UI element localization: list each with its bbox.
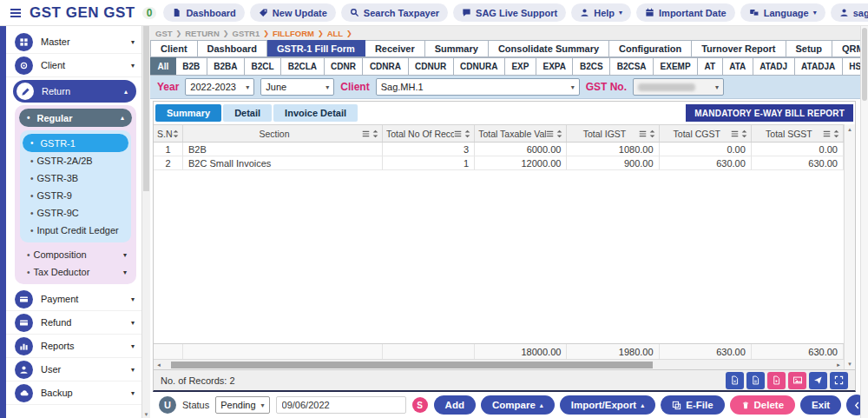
scrollbar-thumb[interactable] (862, 28, 867, 101)
sidebar-item-backup[interactable]: Backup ▾ (6, 382, 141, 405)
column-header-total-cgst[interactable]: Total CGST (660, 125, 752, 142)
export-csv-button[interactable] (746, 372, 765, 389)
tab-exp[interactable]: EXP (505, 57, 536, 75)
breadcrumb-item[interactable]: GSTR1 (233, 29, 260, 38)
column-header-total-sgst[interactable]: Total SGST (752, 125, 844, 142)
dashboard-button[interactable]: Dashboard (163, 3, 244, 22)
fullscreen-button[interactable] (830, 372, 848, 389)
page-scrollbar[interactable] (860, 26, 868, 418)
user-badge[interactable]: U (159, 396, 176, 414)
important-date-button[interactable]: Important Date (636, 3, 735, 22)
tab-ata[interactable]: ATA (723, 57, 753, 75)
sidebar-item-payment[interactable]: Payment ▾ (6, 288, 141, 311)
export-image-button[interactable] (788, 372, 806, 389)
filing-date-field[interactable] (276, 396, 406, 414)
help-menu-button[interactable]: Help▾ (571, 3, 631, 22)
tab-gstr1-fill-form[interactable]: GSTR-1 Fill Form (267, 40, 365, 56)
breadcrumb-item[interactable]: RETURN (185, 29, 220, 38)
tab-exemp[interactable]: EXEMP (654, 57, 698, 75)
sidebar-item-master[interactable]: Master ▾ (6, 30, 141, 54)
export-excel-button[interactable] (726, 372, 744, 389)
hamburger-menu-icon[interactable] (9, 6, 23, 20)
horizontal-scrollbar[interactable]: ◂ ▸ (154, 359, 844, 369)
compare-button[interactable]: Compare▴ (481, 395, 555, 415)
vertical-scrollbar[interactable]: ▲ ▼ (844, 124, 855, 369)
tab-expa[interactable]: EXPA (536, 57, 574, 75)
tab-atadj[interactable]: ATADJ (753, 57, 795, 75)
exit-button[interactable]: Exit (800, 395, 841, 415)
sag-live-support-button[interactable]: SAG Live Support (453, 3, 566, 22)
tab-b2b[interactable]: B2B (176, 57, 207, 75)
tab-turnover-report[interactable]: Turnover Report (692, 40, 786, 56)
client-select[interactable]: Sag.MH.1▾ (376, 78, 580, 96)
import-export-button[interactable]: Import/Export▴ (560, 395, 655, 415)
user-menu-button[interactable]: sag▾ (831, 3, 868, 22)
tab-configuration[interactable]: Configuration (609, 40, 692, 56)
efile-button[interactable]: E-File (661, 395, 724, 415)
gst-no-select[interactable]: ▾ (633, 78, 724, 96)
tab-summary[interactable]: Summary (425, 40, 489, 56)
year-select[interactable]: 2022-2023▾ (185, 78, 254, 96)
sidebar-item-regular[interactable]: • Regular ▴ (19, 109, 132, 127)
table-row[interactable]: 1 B2B 3 6000.00 1080.00 0.00 0.00 (154, 143, 844, 156)
sidebar-item-gstr9[interactable]: •GSTR-9 (23, 187, 128, 204)
tab-at[interactable]: AT (698, 57, 723, 75)
column-header-total-igst[interactable]: Total IGST (567, 125, 659, 142)
column-header-total-records[interactable]: Total No Of Recc (383, 125, 475, 142)
sidebar-item-composition[interactable]: •Composition▾ (19, 246, 132, 263)
sidebar-item-input-credit-ledger[interactable]: •Input Credit Ledger (23, 222, 128, 239)
new-update-button[interactable]: New Update (250, 3, 336, 22)
sidebar-item-gstr2a2b[interactable]: •GSTR-2A/2B (23, 152, 128, 169)
sidebar-item-client[interactable]: Client ▾ (6, 54, 141, 77)
print-button[interactable] (809, 372, 827, 389)
search-taxpayer-button[interactable]: Search Taxpayer (341, 3, 448, 22)
breadcrumb-item[interactable]: ALL (327, 29, 343, 38)
add-button[interactable]: Add (434, 395, 476, 415)
breadcrumb-item[interactable]: GST (155, 29, 173, 38)
scroll-up-arrow-icon[interactable]: ▲ (845, 127, 855, 132)
scroll-down-arrow-icon[interactable]: ▼ (845, 362, 855, 367)
sidebar-item-reports[interactable]: Reports ▾ (6, 335, 141, 358)
tab-all[interactable]: All (150, 57, 176, 75)
sidebar-item-return[interactable]: Return ▴ (13, 80, 136, 103)
tab-b2ba[interactable]: B2BA (207, 57, 245, 75)
sidebar-item-gstr1[interactable]: •GSTR-1 (23, 134, 128, 152)
sidebar-item-gstr9c[interactable]: •GSTR-9C (23, 204, 128, 222)
tab-dashboard[interactable]: Dashboard (198, 40, 267, 56)
delete-button[interactable]: Delete (730, 395, 796, 415)
scroll-down-arrow-icon[interactable]: ▼ (142, 412, 150, 417)
tab-b2cl[interactable]: B2CL (245, 57, 281, 75)
sidebar-item-tax-deductor[interactable]: •Tax Deductor▾ (19, 263, 132, 281)
view-tab-summary[interactable]: Summary (155, 104, 221, 122)
mandatory-eway-bill-report-button[interactable]: MANDATORY E-WAY BILL REPORT (686, 104, 853, 122)
s-badge[interactable]: S (412, 397, 428, 413)
tab-cdnra[interactable]: CDNRA (363, 57, 408, 75)
tab-cdnr[interactable]: CDNR (325, 57, 364, 75)
tab-cdnura[interactable]: CDNURA (454, 57, 505, 75)
tab-receiver[interactable]: Receiver (365, 40, 425, 56)
view-tab-detail[interactable]: Detail (223, 104, 272, 122)
language-menu-button[interactable]: Language▾ (740, 3, 825, 22)
tab-b2cs[interactable]: B2CS (573, 57, 610, 75)
sidebar-scrollbar[interactable]: ▼ (141, 26, 150, 418)
tab-b2cla[interactable]: B2CLA (281, 57, 324, 75)
tab-b2csa[interactable]: B2CSA (610, 57, 654, 75)
view-tab-invoice-detail[interactable]: Invoice Detail (273, 104, 358, 122)
column-header-sno[interactable]: S.No. (154, 125, 183, 142)
tab-setup[interactable]: Setup (786, 40, 833, 56)
scroll-left-arrow-icon[interactable]: ◂ (154, 362, 164, 368)
scrollbar-thumb[interactable] (171, 362, 653, 368)
table-row[interactable]: 2 B2C Small Invoices 1 12000.00 900.00 6… (154, 156, 844, 170)
scroll-right-arrow-icon[interactable]: ▸ (833, 362, 844, 368)
scrollbar-thumb[interactable] (143, 26, 149, 191)
sidebar-item-gstr3b[interactable]: •GSTR-3B (23, 169, 128, 187)
month-select[interactable]: June▾ (260, 78, 334, 96)
column-header-section[interactable]: Section (183, 125, 383, 142)
tab-atadja[interactable]: ATADJA (795, 57, 843, 75)
sidebar-item-user[interactable]: User ▾ (6, 358, 141, 382)
tab-consolidate-summary[interactable]: Consolidate Summary (489, 40, 609, 56)
tab-client[interactable]: Client (150, 40, 198, 56)
sidebar-item-refund[interactable]: Refund ▾ (6, 311, 141, 335)
tab-cdnur[interactable]: CDNUR (409, 57, 454, 75)
status-select[interactable]: Pending▾ (215, 396, 269, 414)
